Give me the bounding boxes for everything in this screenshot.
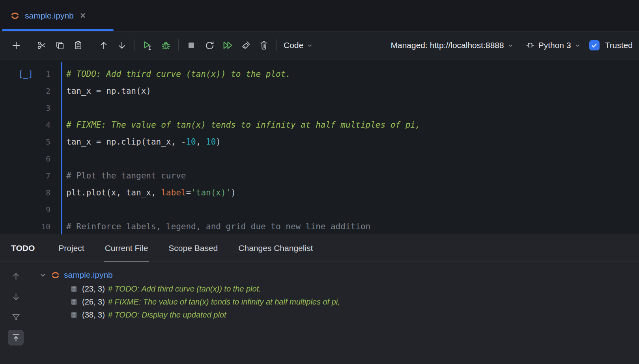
- toolbar-separator: [91, 39, 91, 51]
- code-lines: 1# TODO: Add third curve (tan(x)) to the…: [0, 66, 639, 234]
- editor-tab-bar: sample.ipynb ×: [0, 0, 639, 32]
- code-line[interactable]: 5tan_x = np.clip(tan_x, -10, 10): [0, 134, 639, 150]
- todo-item-icon: [70, 285, 78, 293]
- active-tab-underline: [2, 29, 114, 31]
- code-text: # FIXME: The value of tan(x) tends to in…: [66, 120, 420, 130]
- move-cell-up-button[interactable]: [95, 37, 113, 54]
- previous-todo-button[interactable]: [8, 268, 24, 284]
- code-line[interactable]: 4# FIXME: The value of tan(x) tends to i…: [0, 117, 639, 134]
- toolbar-separator: [277, 39, 277, 51]
- next-todo-icon: [11, 292, 21, 302]
- todo-panel-title[interactable]: TODO: [11, 234, 35, 262]
- filter-todo-button[interactable]: [8, 309, 24, 325]
- code-line[interactable]: 9: [0, 201, 639, 218]
- notebook-toolbar: Code Managed: http://localhost:8888 Pyth…: [0, 32, 639, 59]
- code-line[interactable]: 8plt.plot(x, tan_x, label='tan(x)'): [0, 184, 639, 201]
- code-line[interactable]: 10# Reinforce labels, legend, and grid d…: [0, 218, 639, 234]
- jupyter-icon: [51, 271, 60, 280]
- line-number: 3: [0, 100, 50, 117]
- code-line[interactable]: 6: [0, 150, 639, 167]
- preview-source-button[interactable]: [8, 330, 24, 345]
- code-line[interactable]: 3: [0, 100, 639, 117]
- line-number: 6: [0, 150, 50, 167]
- jupyter-server-dropdown[interactable]: Managed: http://localhost:8888: [387, 41, 516, 50]
- previous-todo-icon: [11, 271, 21, 281]
- todo-items: (23, 3)# TODO: Add third curve (tan(x)) …: [39, 282, 633, 321]
- line-number: 5: [0, 134, 50, 150]
- copy-cell-button[interactable]: [51, 37, 69, 54]
- line-number: 1: [0, 66, 50, 83]
- kernel-icon: [525, 41, 535, 50]
- toolbar-right-group: Managed: http://localhost:8888 Python 3 …: [387, 40, 633, 50]
- run-cell-button[interactable]: [138, 37, 157, 54]
- trusted-label: Trusted: [605, 41, 633, 50]
- jupyter-server-label: Managed: http://localhost:8888: [390, 41, 504, 50]
- clear-outputs-icon: [241, 40, 251, 51]
- stop-kernel-button[interactable]: [182, 37, 200, 54]
- code-text: # Reinforce labels, legend, and grid due…: [66, 222, 370, 231]
- chevron-down-icon[interactable]: [39, 272, 46, 279]
- todo-item[interactable]: (23, 3)# TODO: Add third curve (tan(x)) …: [70, 282, 633, 295]
- run-cell-icon: [142, 40, 153, 51]
- todo-left-toolbar: [6, 268, 26, 350]
- line-number: 8: [0, 184, 50, 201]
- code-line[interactable]: 7# Plot the tangent curve: [0, 167, 639, 184]
- cell-type-dropdown[interactable]: Code: [280, 41, 316, 50]
- add-cell-icon: [11, 40, 21, 50]
- todo-view-tabs: ProjectCurrent FileScope BasedChanges Ch…: [48, 234, 323, 262]
- debug-cell-button[interactable]: [157, 37, 175, 54]
- line-number: 9: [0, 201, 50, 218]
- todo-tab-project[interactable]: Project: [48, 234, 94, 262]
- move-cell-down-icon: [117, 40, 127, 50]
- code-text: tan_x = np.clip(tan_x, -10, 10): [66, 137, 221, 147]
- chevron-down-icon: [575, 43, 581, 48]
- jupyter-icon: [10, 11, 20, 20]
- tab-sample-ipynb[interactable]: sample.ipynb ×: [0, 0, 92, 31]
- code-text: # Plot the tangent curve: [66, 171, 186, 180]
- kernel-dropdown[interactable]: Python 3: [522, 41, 584, 50]
- trusted-checkbox[interactable]: [589, 40, 600, 50]
- copy-icon: [55, 40, 65, 50]
- todo-item[interactable]: (38, 3)# TODO: Display the updated plot: [70, 308, 633, 321]
- todo-tab-current-file[interactable]: Current File: [95, 234, 159, 262]
- chevron-down-icon: [508, 43, 514, 48]
- cell-type-label: Code: [284, 41, 303, 50]
- todo-item-location: (38, 3): [82, 310, 105, 319]
- close-tab-icon[interactable]: ×: [80, 11, 86, 20]
- code-line[interactable]: 1# TODO: Add third curve (tan(x)) to the…: [0, 66, 639, 83]
- paste-cell-button[interactable]: [69, 37, 87, 54]
- restart-kernel-button[interactable]: [200, 37, 219, 54]
- delete-cell-button[interactable]: [255, 37, 273, 54]
- code-text: plt.plot(x, tan_x, label='tan(x)'): [66, 188, 236, 197]
- preview-source-icon: [11, 333, 21, 343]
- add-cell-button[interactable]: [7, 37, 25, 54]
- run-all-cells-button[interactable]: [219, 37, 237, 54]
- code-editor[interactable]: [_] 1# TODO: Add third curve (tan(x)) to…: [0, 59, 639, 234]
- clear-outputs-button[interactable]: [237, 37, 255, 54]
- toolbar-separator: [178, 39, 179, 51]
- check-icon: [591, 42, 598, 49]
- line-number: 4: [0, 117, 50, 134]
- filter-icon: [11, 312, 21, 322]
- todo-file-row[interactable]: sample.ipynb: [39, 267, 633, 282]
- toolbar-separator: [135, 39, 135, 51]
- code-line[interactable]: 2tan_x = np.tan(x): [0, 83, 639, 100]
- todo-item-text: # TODO: Display the updated plot: [108, 310, 226, 319]
- todo-tab-changes-changelist[interactable]: Changes Changelist: [228, 234, 323, 262]
- todo-item-text: # FIXME: The value of tan(x) tends to in…: [108, 297, 340, 306]
- cut-icon: [37, 40, 47, 50]
- todo-item-location: (23, 3): [82, 284, 105, 293]
- paste-icon: [73, 40, 83, 50]
- todo-item[interactable]: (26, 3)# FIXME: The value of tan(x) tend…: [70, 295, 633, 308]
- cut-cell-button[interactable]: [33, 37, 51, 54]
- todo-file-name: sample.ipynb: [64, 270, 113, 280]
- stop-icon: [186, 40, 196, 50]
- next-todo-button[interactable]: [8, 289, 24, 305]
- tab-label: sample.ipynb: [25, 11, 74, 20]
- kernel-label: Python 3: [538, 41, 571, 50]
- move-cell-down-button[interactable]: [113, 37, 131, 54]
- todo-item-location: (26, 3): [82, 297, 105, 306]
- todo-tab-scope-based[interactable]: Scope Based: [158, 234, 228, 262]
- delete-cell-icon: [259, 40, 269, 50]
- toolbar-separator: [29, 39, 29, 51]
